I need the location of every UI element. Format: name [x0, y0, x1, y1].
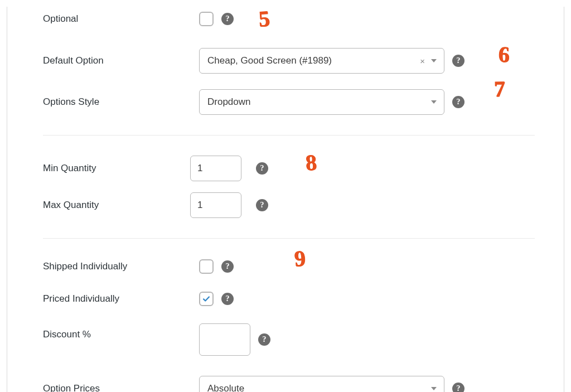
row-priced-individually: Priced Individually ? — [43, 287, 535, 311]
checkbox-optional[interactable] — [199, 12, 214, 26]
help-icon[interactable]: ? — [256, 199, 268, 211]
select-options-style[interactable]: Dropdown — [199, 89, 444, 115]
label-shipped-individually: Shipped Individually — [43, 261, 199, 272]
label-option-prices: Option Prices — [43, 383, 199, 392]
label-min-quantity: Min Quantity — [43, 163, 190, 174]
input-discount-pct[interactable] — [199, 323, 250, 356]
chevron-down-icon — [430, 99, 437, 105]
label-options-style: Options Style — [43, 96, 199, 108]
label-max-quantity: Max Quantity — [43, 200, 190, 211]
help-icon[interactable]: ? — [452, 55, 464, 67]
help-icon[interactable]: ? — [221, 13, 234, 25]
input-min-quantity[interactable] — [190, 156, 241, 181]
help-icon[interactable]: ? — [258, 333, 270, 346]
input-max-quantity[interactable] — [190, 192, 241, 218]
divider — [43, 135, 535, 135]
label-default-option: Default Option — [43, 55, 199, 66]
row-shipped-individually: Shipped Individually ? — [43, 254, 535, 279]
label-discount-pct: Discount % — [43, 323, 199, 340]
label-priced-individually: Priced Individually — [43, 293, 199, 304]
select-value: Absolute — [207, 383, 430, 392]
checkbox-priced-individually[interactable] — [199, 292, 214, 306]
select-default-option[interactable]: Cheap, Good Screen (#1989) × — [199, 48, 444, 74]
row-optional: Optional ? — [43, 7, 535, 31]
select-value: Cheap, Good Screen (#1989) — [207, 55, 420, 66]
help-icon[interactable]: ? — [452, 96, 464, 108]
chevron-down-icon — [430, 385, 437, 392]
select-value: Dropdown — [207, 96, 430, 108]
row-option-prices: Option Prices Absolute ? — [43, 371, 535, 392]
checkbox-shipped-individually[interactable] — [199, 259, 214, 274]
select-option-prices[interactable]: Absolute — [199, 376, 444, 392]
label-optional: Optional — [43, 13, 199, 25]
help-icon[interactable]: ? — [256, 162, 268, 175]
divider — [43, 238, 535, 239]
row-default-option: Default Option Cheap, Good Screen (#1989… — [43, 43, 535, 78]
row-min-quantity: Min Quantity ? — [43, 151, 535, 186]
help-icon[interactable]: ? — [452, 383, 464, 392]
row-max-quantity: Max Quantity ? — [43, 188, 535, 222]
row-options-style: Options Style Dropdown ? — [43, 85, 535, 119]
row-discount-pct: Discount % ? — [43, 319, 535, 360]
help-icon[interactable]: ? — [221, 293, 234, 305]
help-icon[interactable]: ? — [221, 260, 234, 273]
clear-icon[interactable]: × — [420, 56, 425, 66]
chevron-down-icon — [430, 57, 437, 64]
